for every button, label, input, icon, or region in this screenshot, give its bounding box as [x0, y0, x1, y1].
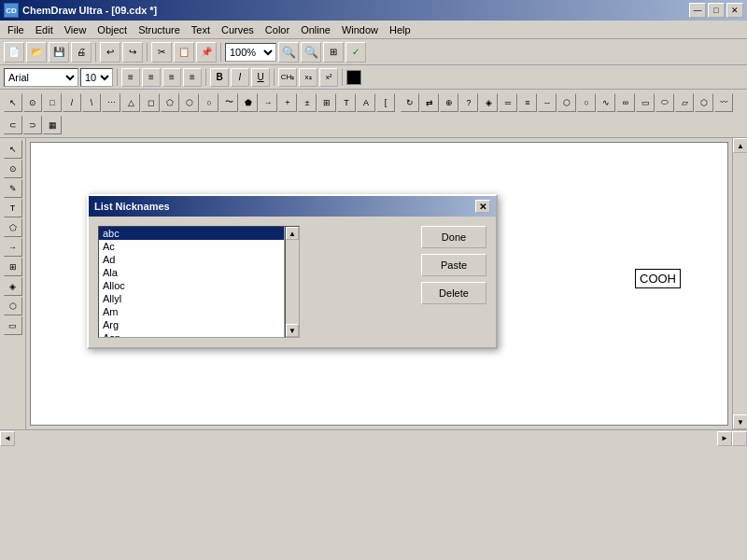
subscript-ch2-button[interactable]: CH₂ [278, 68, 297, 87]
tool-poly2[interactable]: ▱ [675, 93, 694, 112]
menu-online[interactable]: Online [295, 21, 336, 38]
underline-button[interactable]: U [251, 68, 270, 87]
paste-button[interactable]: 📌 [196, 42, 217, 63]
tool-oval[interactable]: ⬭ [655, 93, 674, 112]
color-box-button[interactable] [346, 70, 361, 85]
tool-bond2[interactable]: ═ [499, 93, 517, 112]
tool-ring-b[interactable]: ○ [577, 93, 596, 112]
left-tool7[interactable]: ⊞ [4, 258, 22, 276]
zoom-select[interactable]: 100% 75% 50% 150% 200% [225, 43, 276, 62]
menu-help[interactable]: Help [384, 21, 416, 38]
tool-query[interactable]: ? [459, 93, 478, 112]
tool-charge[interactable]: ± [298, 93, 317, 112]
tool-ring3[interactable]: △ [121, 93, 140, 112]
tool-ring6[interactable]: ⬡ [180, 93, 199, 112]
list-item-ala[interactable]: Ala [99, 266, 284, 279]
tool-ring7[interactable]: ○ [200, 93, 218, 112]
superscript-button[interactable]: x² [319, 68, 338, 87]
tool-wave2[interactable]: 〰 [714, 93, 733, 112]
tool-stereo[interactable]: ◈ [479, 93, 498, 112]
zoom-in-button[interactable]: 🔍 [301, 42, 321, 63]
list-item-am[interactable]: Am [99, 305, 284, 318]
tool-poly[interactable]: ⬟ [239, 93, 258, 112]
bold-button[interactable]: B [210, 68, 229, 87]
tool-rect[interactable]: ▭ [636, 93, 655, 112]
tool-ring-a[interactable]: ⬡ [557, 93, 576, 112]
list-item-ac[interactable]: Ac [99, 240, 284, 253]
menu-structure[interactable]: Structure [133, 21, 186, 38]
close-button[interactable]: ✕ [726, 3, 743, 18]
tool-chain[interactable]: ⋯ [102, 93, 120, 112]
copy-button[interactable]: 📋 [174, 42, 194, 63]
tool-ring5[interactable]: ⬠ [161, 93, 179, 112]
list-item-ad[interactable]: Ad [99, 253, 284, 266]
left-tool8[interactable]: ◈ [4, 277, 22, 296]
tool-text[interactable]: T [337, 93, 356, 112]
list-scroll-down[interactable]: ▼ [286, 324, 299, 337]
undo-button[interactable]: ↩ [100, 42, 120, 63]
tool-extra1[interactable]: ⊂ [4, 116, 22, 134]
maximize-button[interactable]: □ [708, 3, 725, 18]
scroll-up-button[interactable]: ▲ [733, 138, 747, 153]
tool-orbital[interactable]: ∞ [616, 93, 635, 112]
tool-hex2[interactable]: ⬡ [695, 93, 713, 112]
menu-view[interactable]: View [59, 21, 92, 38]
tool-bracket[interactable]: [ [376, 93, 395, 112]
tool-zoom2[interactable]: ⊕ [440, 93, 458, 112]
align-left-button[interactable]: ≡ [121, 68, 140, 87]
left-tool2[interactable]: ⊙ [4, 160, 22, 178]
done-button[interactable]: Done [421, 226, 486, 248]
paste-button[interactable]: Paste [421, 254, 486, 276]
left-tool3[interactable]: ✎ [4, 179, 22, 198]
menu-window[interactable]: Window [336, 21, 384, 38]
tool-extra2[interactable]: ⊃ [23, 116, 42, 134]
tool-rotate[interactable]: ↻ [401, 93, 419, 112]
scroll-down-button[interactable]: ▼ [733, 414, 747, 429]
save-button[interactable]: 💾 [49, 42, 69, 63]
zoom-fit-button[interactable]: ⊞ [323, 42, 344, 63]
align-center-button[interactable]: ≡ [142, 68, 161, 87]
left-tool10[interactable]: ▭ [4, 316, 22, 335]
tool-curve[interactable]: ∿ [597, 93, 615, 112]
list-item-allyl[interactable]: Allyl [99, 292, 284, 305]
tool-flip[interactable]: ⇄ [420, 93, 439, 112]
subscript-button[interactable]: x₂ [299, 68, 317, 87]
zoom-out-button[interactable]: 🔍 [278, 42, 299, 63]
tool-arrow[interactable]: → [259, 93, 277, 112]
tool-bond[interactable]: \ [82, 93, 101, 112]
tool-wavy[interactable]: 〜 [219, 93, 238, 112]
tool-extra3[interactable]: ▦ [43, 116, 62, 134]
tool-plus[interactable]: + [278, 93, 297, 112]
justify-button[interactable]: ≡ [183, 68, 202, 87]
tool-triple[interactable]: ≡ [518, 93, 537, 112]
font-size-select[interactable]: 10 8 12 14 [80, 68, 113, 87]
menu-color[interactable]: Color [260, 21, 295, 38]
list-item-abc[interactable]: abc [99, 227, 284, 240]
list-scroll-up[interactable]: ▲ [286, 227, 299, 240]
left-tool1[interactable]: ↖ [4, 140, 22, 159]
check-button[interactable]: ✓ [345, 42, 366, 63]
open-button[interactable]: 📂 [26, 42, 47, 63]
italic-button[interactable]: I [231, 68, 249, 87]
tool-ring4[interactable]: ◻ [141, 93, 160, 112]
menu-file[interactable]: File [2, 21, 30, 38]
align-right-button[interactable]: ≡ [162, 68, 181, 87]
minimize-button[interactable]: — [689, 3, 706, 18]
delete-button[interactable]: Delete [421, 282, 486, 304]
menu-text[interactable]: Text [186, 21, 216, 38]
left-tool5[interactable]: ⬠ [4, 218, 22, 237]
cut-button[interactable]: ✂ [151, 42, 172, 63]
redo-button[interactable]: ↪ [122, 42, 143, 63]
scroll-left-button[interactable]: ◄ [0, 431, 15, 446]
left-tool4[interactable]: T [4, 199, 22, 217]
font-select[interactable]: Arial Times New Roman Courier [4, 68, 78, 87]
scroll-right-button[interactable]: ► [717, 431, 732, 446]
dialog-close-button[interactable]: ✕ [475, 200, 490, 213]
tool-pen[interactable]: / [63, 93, 81, 112]
left-tool9[interactable]: ⬡ [4, 297, 22, 315]
tool-select[interactable]: ↖ [4, 93, 22, 112]
nicknames-list[interactable]: abc Ac Ad Ala Alloc Allyl Am Arg Asn [98, 226, 285, 338]
tool-atom[interactable]: A [357, 93, 375, 112]
tool-eraser[interactable]: □ [43, 93, 62, 112]
menu-curves[interactable]: Curves [216, 21, 260, 38]
